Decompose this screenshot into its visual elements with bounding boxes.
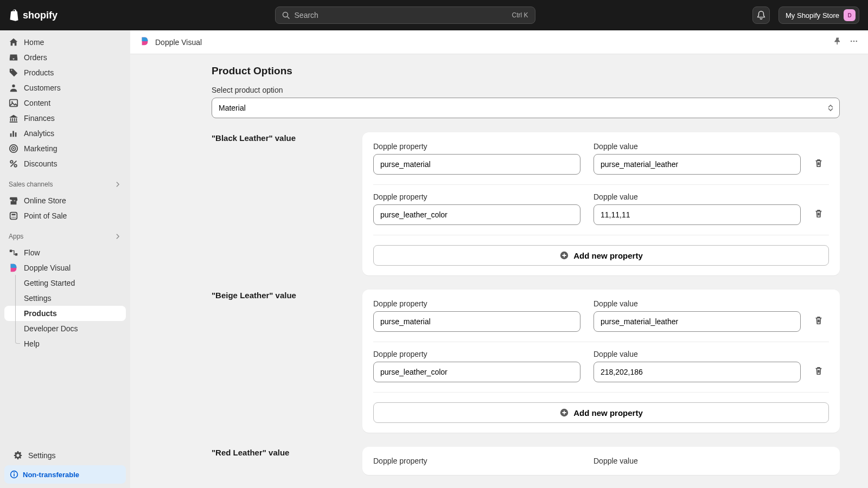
store-name: My Shopify Store xyxy=(786,11,839,20)
person-icon xyxy=(9,83,18,93)
svg-line-1 xyxy=(287,16,289,18)
sidebar-item-label: Analytics xyxy=(24,129,54,138)
sidebar-item-pos[interactable]: Point of Sale xyxy=(4,208,126,223)
add-property-button[interactable]: Add new property xyxy=(373,245,829,266)
sidebar-item-customers[interactable]: Customers xyxy=(4,80,126,95)
chevron-right-icon xyxy=(114,181,122,188)
sidebar-item-label: Marketing xyxy=(24,144,57,153)
inbox-icon xyxy=(9,53,18,62)
product-option-select[interactable]: Material xyxy=(212,98,840,118)
property-input[interactable] xyxy=(373,362,580,382)
plus-circle-icon xyxy=(559,251,569,260)
svg-point-21 xyxy=(851,41,852,42)
svg-point-15 xyxy=(15,217,16,218)
sidebar-item-label: Home xyxy=(24,38,44,47)
sidebar-item-online-store[interactable]: Online Store xyxy=(4,193,126,208)
page-title: Product Options xyxy=(212,65,840,77)
property-row: Dopple property Dopple value xyxy=(373,142,829,184)
sidebar-item-marketing[interactable]: Marketing xyxy=(4,141,126,156)
dots-icon xyxy=(850,37,858,46)
value-input[interactable] xyxy=(593,362,801,382)
sidebar-item-home[interactable]: Home xyxy=(4,35,126,50)
notifications-button[interactable] xyxy=(752,7,770,24)
sidebar-item-label: Orders xyxy=(24,53,47,62)
bank-icon xyxy=(9,113,18,123)
sidebar-item-analytics[interactable]: Analytics xyxy=(4,126,126,141)
info-icon xyxy=(10,470,18,479)
svg-point-8 xyxy=(10,160,13,163)
search-input[interactable]: Search Ctrl K xyxy=(275,7,535,24)
gear-icon xyxy=(13,451,23,460)
target-icon xyxy=(9,144,18,153)
svg-rect-11 xyxy=(10,213,17,220)
sidebar-item-label: Products xyxy=(24,309,57,318)
pin-button[interactable] xyxy=(833,37,842,47)
image-icon xyxy=(9,98,18,108)
property-input[interactable] xyxy=(373,154,580,175)
more-button[interactable] xyxy=(850,37,858,47)
sidebar-item-label: Customers xyxy=(24,84,61,92)
svg-rect-16 xyxy=(10,250,12,253)
svg-point-19 xyxy=(14,472,15,473)
home-icon xyxy=(9,37,18,47)
bell-icon xyxy=(756,10,766,20)
delete-button[interactable] xyxy=(814,366,829,382)
sidebar-item-dopple-visual[interactable]: Dopple Visual xyxy=(4,260,126,275)
delete-button[interactable] xyxy=(814,316,829,332)
sidebar-sub-products[interactable]: Products xyxy=(4,306,126,321)
add-button-label: Add new property xyxy=(573,251,643,260)
sidebar-item-label: Online Store xyxy=(24,196,66,205)
chevron-right-icon xyxy=(114,233,122,240)
property-input[interactable] xyxy=(373,204,580,225)
sidebar-item-discounts[interactable]: Discounts xyxy=(4,156,126,171)
svg-point-23 xyxy=(856,41,858,42)
dopple-icon xyxy=(9,263,18,273)
value-block: "Beige Leather" value Dopple property Do… xyxy=(212,290,840,433)
search-placeholder: Search xyxy=(295,11,318,20)
sidebar-item-finances[interactable]: Finances xyxy=(4,111,126,126)
property-label: Dopple property xyxy=(373,350,580,358)
store-menu[interactable]: My Shopify Store D xyxy=(778,7,859,24)
value-input[interactable] xyxy=(593,154,801,175)
non-transferable-badge[interactable]: Non-transferable xyxy=(4,465,126,484)
value-label: Dopple value xyxy=(593,350,801,358)
sidebar-section-channels[interactable]: Sales channels xyxy=(4,176,126,193)
sidebar-item-label: Settings xyxy=(24,294,52,303)
sidebar-item-label: Products xyxy=(24,68,54,77)
trash-icon xyxy=(814,158,824,168)
delete-button[interactable] xyxy=(814,209,829,225)
select-label: Select product option xyxy=(212,86,840,94)
app-title: Dopple Visual xyxy=(155,38,202,47)
value-card: Dopple property Dopple value xyxy=(362,447,840,475)
svg-point-2 xyxy=(12,85,15,87)
add-property-button[interactable]: Add new property xyxy=(373,402,829,423)
sidebar-item-label: Settings xyxy=(28,451,56,460)
sidebar-item-flow[interactable]: Flow xyxy=(4,245,126,260)
value-block: "Black Leather" value Dopple property Do… xyxy=(212,132,840,275)
sidebar-sub-settings[interactable]: Settings xyxy=(4,291,126,306)
property-label: Dopple property xyxy=(373,192,580,201)
search-icon xyxy=(282,11,290,20)
value-title: "Red Leather" value xyxy=(212,447,352,475)
sidebar-item-products[interactable]: Products xyxy=(4,65,126,80)
search-shortcut: Ctrl K xyxy=(512,11,528,19)
content: Dopple Visual Product Options Select pro… xyxy=(130,30,868,488)
sidebar-sub-getting-started[interactable]: Getting Started xyxy=(4,275,126,291)
avatar: D xyxy=(844,9,856,21)
sidebar-item-settings[interactable]: Settings xyxy=(9,448,122,463)
property-input[interactable] xyxy=(373,311,580,332)
value-input[interactable] xyxy=(593,311,801,332)
sidebar-sub-devdocs[interactable]: Developer Docs xyxy=(4,321,126,336)
svg-point-7 xyxy=(13,148,15,150)
sidebar-item-label: Flow xyxy=(24,248,40,257)
sidebar-item-label: Getting Started xyxy=(24,279,75,287)
sidebar-section-apps[interactable]: Apps xyxy=(4,228,126,245)
delete-button[interactable] xyxy=(814,158,829,175)
property-row: Dopple property Dopple value xyxy=(373,299,829,342)
sidebar-item-orders[interactable]: Orders xyxy=(4,50,126,65)
shopify-logo[interactable]: shopify xyxy=(9,9,58,21)
sidebar-sub-help[interactable]: Help xyxy=(4,336,126,351)
sidebar-item-content[interactable]: Content xyxy=(4,95,126,111)
sidebar-item-label: Finances xyxy=(24,114,55,123)
value-input[interactable] xyxy=(593,204,801,225)
